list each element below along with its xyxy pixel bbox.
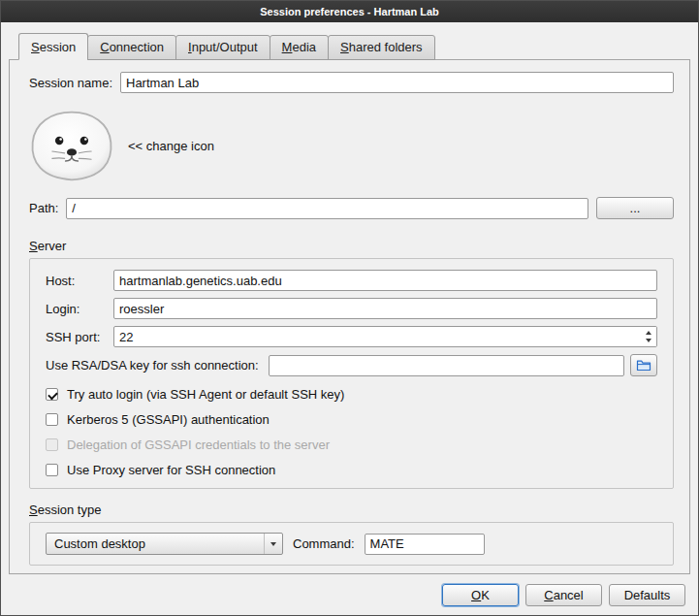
browse-path-button[interactable]: ... — [596, 197, 674, 219]
combo-arrow-zone — [264, 534, 282, 554]
dialog-footer: OK Cancel Defaults — [1, 574, 698, 615]
browse-key-button[interactable] — [630, 354, 657, 376]
ssh-port-label: SSH port: — [46, 330, 106, 344]
spin-up-button[interactable] — [640, 331, 656, 335]
host-input[interactable] — [113, 270, 657, 291]
ssh-port-row: SSH port: — [46, 326, 657, 347]
checkbox-kerberos[interactable]: Kerberos 5 (GSSAPI) authentication — [46, 412, 657, 427]
cancel-button[interactable]: Cancel — [525, 584, 602, 606]
triangle-down-icon — [646, 339, 651, 342]
path-row: Path: ... — [29, 197, 674, 219]
session-name-input[interactable] — [120, 72, 674, 93]
titlebar[interactable]: Session preferences - Hartman Lab — [1, 1, 698, 22]
host-label: Host: — [46, 274, 106, 288]
session-type-group-label: Session type — [29, 503, 674, 517]
spin-down-button[interactable] — [640, 339, 656, 342]
folder-icon — [636, 359, 651, 372]
session-preferences-dialog: Session preferences - Hartman Lab Sessio… — [0, 0, 699, 616]
tab-shared-folders[interactable]: Shared folders — [328, 35, 435, 60]
tab-bar: Session Connection Input/Output Media Sh… — [1, 22, 698, 59]
login-label: Login: — [46, 302, 106, 316]
triangle-up-icon — [646, 331, 651, 335]
host-row: Host: — [46, 270, 657, 291]
path-label: Path: — [29, 201, 58, 215]
session-name-row: Session name: — [29, 72, 674, 93]
tab-session[interactable]: Session — [18, 33, 88, 60]
kerberos-label: Kerberos 5 (GSSAPI) authentication — [67, 412, 270, 427]
kerberos-checkbox — [46, 413, 58, 426]
checkbox-gssapi-delegation: Delegation of GSSAPI credentials to the … — [46, 438, 657, 452]
command-label: Command: — [293, 536, 355, 551]
window-title: Session preferences - Hartman Lab — [260, 6, 439, 17]
server-group-label: Server — [29, 239, 674, 253]
gssapi-delegation-label: Delegation of GSSAPI credentials to the … — [67, 438, 330, 452]
tab-media[interactable]: Media — [270, 35, 329, 60]
session-type-select[interactable]: Custom desktop — [46, 533, 283, 555]
checkbox-auto-login[interactable]: Try auto login (via SSH Agent or default… — [46, 387, 657, 402]
spin-buttons — [640, 327, 656, 346]
change-icon-hint: << change icon — [128, 139, 214, 153]
session-type-row: Custom desktop Command: — [46, 533, 657, 555]
session-icon-row: << change icon — [29, 109, 674, 183]
ssh-port-input[interactable] — [113, 326, 657, 347]
gssapi-delegation-checkbox — [46, 438, 58, 451]
defaults-button[interactable]: Defaults — [609, 584, 685, 606]
session-type-group: Custom desktop Command: — [29, 522, 674, 566]
server-group: Host: Login: SSH port: Use RSA/DSA k — [29, 258, 674, 489]
session-type-value: Custom desktop — [54, 536, 260, 551]
login-input[interactable] — [113, 298, 657, 319]
ok-button[interactable]: OK — [442, 584, 519, 606]
command-input[interactable] — [365, 534, 485, 555]
chevron-down-icon — [270, 542, 276, 546]
ssh-port-spinbox — [113, 326, 657, 347]
auto-login-label: Try auto login (via SSH Agent or default… — [67, 387, 344, 402]
tab-connection[interactable]: Connection — [87, 35, 176, 60]
proxy-checkbox — [46, 464, 58, 476]
rsa-key-row: Use RSA/DSA key for ssh connection: — [46, 354, 657, 376]
auto-login-checkbox — [46, 388, 58, 401]
seal-icon — [29, 109, 114, 183]
session-tab-panel: Session name: — [9, 59, 690, 574]
login-row: Login: — [46, 298, 657, 319]
session-name-label: Session name: — [29, 76, 112, 90]
tab-input-output[interactable]: Input/Output — [175, 35, 270, 60]
rsa-key-input[interactable] — [269, 355, 624, 376]
checkbox-proxy[interactable]: Use Proxy server for SSH connection — [46, 463, 657, 477]
path-input[interactable] — [66, 198, 588, 219]
rsa-key-label: Use RSA/DSA key for ssh connection: — [46, 358, 259, 373]
session-seal-icon[interactable] — [29, 109, 114, 183]
proxy-label: Use Proxy server for SSH connection — [67, 463, 275, 477]
